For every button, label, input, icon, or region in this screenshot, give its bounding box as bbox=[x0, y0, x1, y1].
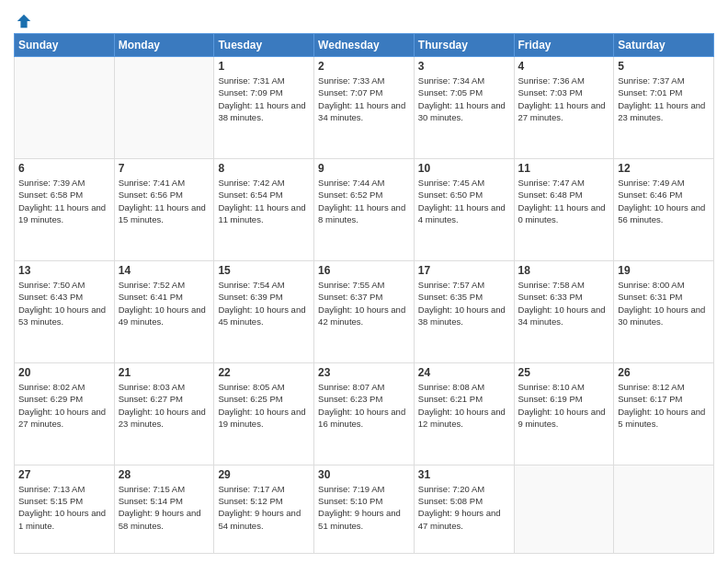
weekday-monday: Monday bbox=[114, 34, 214, 57]
day-number: 21 bbox=[119, 366, 210, 379]
calendar-cell: 17Sunrise: 7:57 AM Sunset: 6:35 PM Dayli… bbox=[414, 260, 514, 362]
calendar-cell: 11Sunrise: 7:47 AM Sunset: 6:48 PM Dayli… bbox=[514, 158, 614, 260]
day-number: 8 bbox=[218, 162, 310, 175]
svg-marker-0 bbox=[17, 15, 30, 28]
calendar-cell: 28Sunrise: 7:15 AM Sunset: 5:14 PM Dayli… bbox=[114, 465, 214, 553]
calendar-cell bbox=[614, 465, 714, 553]
calendar-cell bbox=[514, 465, 614, 553]
day-number: 28 bbox=[119, 468, 210, 481]
day-info: Sunrise: 7:57 AM Sunset: 6:35 PM Dayligh… bbox=[418, 279, 510, 327]
day-info: Sunrise: 7:55 AM Sunset: 6:37 PM Dayligh… bbox=[318, 279, 410, 327]
calendar-cell: 20Sunrise: 8:02 AM Sunset: 6:29 PM Dayli… bbox=[15, 362, 115, 465]
calendar-cell: 13Sunrise: 7:50 AM Sunset: 6:43 PM Dayli… bbox=[15, 260, 115, 362]
day-info: Sunrise: 7:31 AM Sunset: 7:09 PM Dayligh… bbox=[218, 75, 310, 123]
day-info: Sunrise: 7:34 AM Sunset: 7:05 PM Dayligh… bbox=[418, 75, 510, 123]
day-info: Sunrise: 7:52 AM Sunset: 6:41 PM Dayligh… bbox=[119, 279, 210, 327]
day-number: 9 bbox=[318, 162, 410, 175]
day-number: 24 bbox=[418, 366, 510, 379]
day-number: 5 bbox=[618, 60, 710, 73]
day-number: 27 bbox=[18, 468, 110, 481]
day-number: 20 bbox=[18, 366, 110, 379]
day-info: Sunrise: 7:41 AM Sunset: 6:56 PM Dayligh… bbox=[119, 177, 210, 225]
calendar-cell: 6Sunrise: 7:39 AM Sunset: 6:58 PM Daylig… bbox=[15, 158, 115, 260]
day-info: Sunrise: 8:07 AM Sunset: 6:23 PM Dayligh… bbox=[318, 381, 410, 430]
calendar-cell bbox=[114, 57, 214, 159]
week-row-3: 13Sunrise: 7:50 AM Sunset: 6:43 PM Dayli… bbox=[15, 260, 714, 362]
calendar-cell bbox=[15, 57, 115, 159]
week-row-5: 27Sunrise: 7:13 AM Sunset: 5:15 PM Dayli… bbox=[15, 465, 714, 553]
day-number: 31 bbox=[418, 468, 510, 481]
day-info: Sunrise: 7:36 AM Sunset: 7:03 PM Dayligh… bbox=[518, 75, 610, 123]
day-info: Sunrise: 7:54 AM Sunset: 6:39 PM Dayligh… bbox=[218, 279, 310, 327]
calendar-cell: 1Sunrise: 7:31 AM Sunset: 7:09 PM Daylig… bbox=[214, 57, 314, 159]
calendar-cell: 26Sunrise: 8:12 AM Sunset: 6:17 PM Dayli… bbox=[614, 362, 714, 465]
day-info: Sunrise: 7:37 AM Sunset: 7:01 PM Dayligh… bbox=[618, 75, 710, 123]
day-info: Sunrise: 7:47 AM Sunset: 6:48 PM Dayligh… bbox=[518, 177, 610, 225]
day-info: Sunrise: 8:12 AM Sunset: 6:17 PM Dayligh… bbox=[618, 381, 710, 430]
day-info: Sunrise: 7:33 AM Sunset: 7:07 PM Dayligh… bbox=[318, 75, 410, 123]
calendar-cell: 8Sunrise: 7:42 AM Sunset: 6:54 PM Daylig… bbox=[214, 158, 314, 260]
calendar-cell: 31Sunrise: 7:20 AM Sunset: 5:08 PM Dayli… bbox=[414, 465, 514, 553]
day-info: Sunrise: 7:44 AM Sunset: 6:52 PM Dayligh… bbox=[318, 177, 410, 225]
day-info: Sunrise: 8:08 AM Sunset: 6:21 PM Dayligh… bbox=[418, 381, 510, 430]
weekday-saturday: Saturday bbox=[614, 34, 714, 57]
day-number: 14 bbox=[119, 264, 210, 277]
week-row-2: 6Sunrise: 7:39 AM Sunset: 6:58 PM Daylig… bbox=[15, 158, 714, 260]
day-info: Sunrise: 7:15 AM Sunset: 5:14 PM Dayligh… bbox=[119, 483, 210, 532]
calendar-cell: 10Sunrise: 7:45 AM Sunset: 6:50 PM Dayli… bbox=[414, 158, 514, 260]
day-number: 13 bbox=[18, 264, 110, 277]
day-info: Sunrise: 8:02 AM Sunset: 6:29 PM Dayligh… bbox=[18, 381, 110, 430]
calendar-cell: 19Sunrise: 8:00 AM Sunset: 6:31 PM Dayli… bbox=[614, 260, 714, 362]
calendar-cell: 18Sunrise: 7:58 AM Sunset: 6:33 PM Dayli… bbox=[514, 260, 614, 362]
calendar-cell: 12Sunrise: 7:49 AM Sunset: 6:46 PM Dayli… bbox=[614, 158, 714, 260]
calendar-cell: 30Sunrise: 7:19 AM Sunset: 5:10 PM Dayli… bbox=[314, 465, 415, 553]
calendar-cell: 9Sunrise: 7:44 AM Sunset: 6:52 PM Daylig… bbox=[314, 158, 415, 260]
weekday-tuesday: Tuesday bbox=[214, 34, 314, 57]
day-number: 10 bbox=[418, 162, 510, 175]
day-info: Sunrise: 7:49 AM Sunset: 6:46 PM Dayligh… bbox=[618, 177, 710, 225]
calendar-cell: 2Sunrise: 7:33 AM Sunset: 7:07 PM Daylig… bbox=[314, 57, 415, 159]
day-info: Sunrise: 8:00 AM Sunset: 6:31 PM Dayligh… bbox=[618, 279, 710, 327]
day-number: 17 bbox=[418, 264, 510, 277]
day-number: 16 bbox=[318, 264, 410, 277]
day-info: Sunrise: 7:58 AM Sunset: 6:33 PM Dayligh… bbox=[518, 279, 610, 327]
calendar-cell: 5Sunrise: 7:37 AM Sunset: 7:01 PM Daylig… bbox=[614, 57, 714, 159]
day-number: 7 bbox=[119, 162, 210, 175]
calendar-cell: 15Sunrise: 7:54 AM Sunset: 6:39 PM Dayli… bbox=[214, 260, 314, 362]
day-number: 6 bbox=[18, 162, 110, 175]
day-info: Sunrise: 7:20 AM Sunset: 5:08 PM Dayligh… bbox=[418, 483, 510, 532]
day-info: Sunrise: 7:45 AM Sunset: 6:50 PM Dayligh… bbox=[418, 177, 510, 225]
day-info: Sunrise: 8:10 AM Sunset: 6:19 PM Dayligh… bbox=[518, 381, 610, 430]
calendar-cell: 24Sunrise: 8:08 AM Sunset: 6:21 PM Dayli… bbox=[414, 362, 514, 465]
calendar-cell: 4Sunrise: 7:36 AM Sunset: 7:03 PM Daylig… bbox=[514, 57, 614, 159]
calendar-cell: 7Sunrise: 7:41 AM Sunset: 6:56 PM Daylig… bbox=[114, 158, 214, 260]
day-info: Sunrise: 8:05 AM Sunset: 6:25 PM Dayligh… bbox=[218, 381, 310, 430]
calendar-cell: 25Sunrise: 8:10 AM Sunset: 6:19 PM Dayli… bbox=[514, 362, 614, 465]
day-number: 23 bbox=[318, 366, 410, 379]
day-number: 3 bbox=[418, 60, 510, 73]
day-number: 25 bbox=[518, 366, 610, 379]
logo-icon bbox=[16, 13, 32, 29]
calendar-cell: 3Sunrise: 7:34 AM Sunset: 7:05 PM Daylig… bbox=[414, 57, 514, 159]
day-info: Sunrise: 7:42 AM Sunset: 6:54 PM Dayligh… bbox=[218, 177, 310, 225]
day-number: 26 bbox=[618, 366, 710, 379]
weekday-wednesday: Wednesday bbox=[314, 34, 415, 57]
day-info: Sunrise: 7:39 AM Sunset: 6:58 PM Dayligh… bbox=[18, 177, 110, 225]
day-number: 2 bbox=[318, 60, 410, 73]
calendar-table: SundayMondayTuesdayWednesdayThursdayFrid… bbox=[14, 33, 714, 554]
header bbox=[14, 9, 714, 26]
day-info: Sunrise: 7:17 AM Sunset: 5:12 PM Dayligh… bbox=[218, 483, 310, 532]
day-number: 11 bbox=[518, 162, 610, 175]
day-number: 18 bbox=[518, 264, 610, 277]
day-info: Sunrise: 7:19 AM Sunset: 5:10 PM Dayligh… bbox=[318, 483, 410, 532]
calendar-cell: 27Sunrise: 7:13 AM Sunset: 5:15 PM Dayli… bbox=[15, 465, 115, 553]
day-number: 30 bbox=[318, 468, 410, 481]
day-number: 12 bbox=[618, 162, 710, 175]
day-number: 29 bbox=[218, 468, 310, 481]
calendar-cell: 16Sunrise: 7:55 AM Sunset: 6:37 PM Dayli… bbox=[314, 260, 415, 362]
calendar-cell: 22Sunrise: 8:05 AM Sunset: 6:25 PM Dayli… bbox=[214, 362, 314, 465]
day-info: Sunrise: 7:50 AM Sunset: 6:43 PM Dayligh… bbox=[18, 279, 110, 327]
day-number: 1 bbox=[218, 60, 310, 73]
week-row-1: 1Sunrise: 7:31 AM Sunset: 7:09 PM Daylig… bbox=[15, 57, 714, 159]
calendar-cell: 23Sunrise: 8:07 AM Sunset: 6:23 PM Dayli… bbox=[314, 362, 415, 465]
